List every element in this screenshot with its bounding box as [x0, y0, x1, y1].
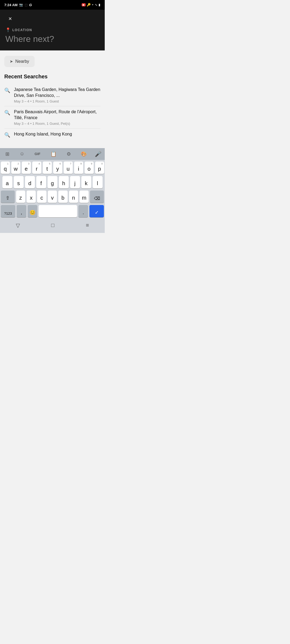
palette-toolbar-icon[interactable]: 🎨: [79, 150, 89, 158]
key-h[interactable]: h: [59, 176, 69, 188]
key-icon: 🔑: [87, 3, 91, 7]
key-k[interactable]: k: [81, 176, 91, 188]
num-switch-key[interactable]: ?123: [1, 205, 15, 217]
apps-toolbar-icon[interactable]: ⊞: [3, 150, 12, 158]
settings-toolbar-icon[interactable]: ⚙: [64, 150, 73, 158]
key-q[interactable]: 1q: [1, 162, 10, 174]
bluetooth-icon: ‣: [92, 3, 94, 7]
search-header: × 📍 LOCATION Where next?: [0, 10, 105, 50]
keyboard-rows: 1q 2w 3e 4r 5t 6y 7u 8i 9o 0p a s d f g …: [0, 160, 105, 220]
video-record-icon: ▶: [82, 3, 86, 6]
key-p[interactable]: 0p: [95, 162, 104, 174]
list-item[interactable]: 🔍 Japanese Tea Garden, Hagiwara Tea Gard…: [4, 84, 100, 106]
search-location-text: Japanese Tea Garden, Hagiwara Tea Garden…: [14, 87, 100, 99]
shift-key[interactable]: ⇧: [1, 191, 15, 203]
backspace-key[interactable]: ⌫: [90, 191, 104, 203]
keyboard: ⊞ ☺ GIF 📋 ⚙ 🎨 🎤 1q 2w 3e 4r 5t 6y 7u 8i …: [0, 148, 105, 233]
search-icon: 🔍: [4, 110, 10, 116]
status-right: ▶ 🔑 ‣ ∿ ▮: [82, 3, 100, 7]
key-i[interactable]: 8i: [74, 162, 83, 174]
clipboard-toolbar-icon[interactable]: 📋: [48, 150, 59, 158]
key-c[interactable]: c: [37, 191, 46, 203]
status-left: 7:24 AM 📷 ⬚ G: [4, 3, 32, 7]
status-time: 7:24 AM: [4, 3, 17, 7]
key-s[interactable]: s: [14, 176, 24, 188]
key-row-4: ?123 , 😊 . ✓: [1, 205, 104, 217]
location-pin-icon: 📍: [5, 27, 11, 32]
key-l[interactable]: l: [93, 176, 103, 188]
list-item[interactable]: 🔍 Paris Beauvais Airport, Route de l'Aér…: [4, 106, 100, 129]
key-d[interactable]: d: [25, 176, 35, 188]
mic-toolbar-icon[interactable]: 🎤: [95, 151, 102, 157]
wifi-icon: ∿: [95, 3, 97, 7]
key-row-2: a s d f g h j k l: [1, 176, 104, 188]
key-m[interactable]: m: [79, 191, 89, 203]
key-n[interactable]: n: [69, 191, 78, 203]
key-u[interactable]: 7u: [64, 162, 73, 174]
enter-key[interactable]: ✓: [89, 205, 104, 217]
key-t[interactable]: 5t: [43, 162, 52, 174]
search-meta-text: May 3 – 4 • 1 Room, 1 Guest: [14, 99, 100, 103]
recent-searches-title: Recent Searches: [4, 74, 100, 80]
key-g[interactable]: g: [48, 176, 57, 188]
battery-icon: ▮: [99, 3, 100, 7]
key-f[interactable]: f: [36, 176, 46, 188]
search-meta-text: May 3 – 4 • 1 Room, 1 Guest, Pet(s): [14, 122, 100, 126]
location-label-row: 📍 LOCATION: [5, 27, 99, 32]
search-item-details: Hong Kong Island, Hong Kong: [14, 131, 100, 137]
screen-record-icon: ⬚: [25, 3, 27, 7]
space-key[interactable]: [39, 205, 77, 217]
main-content: ➤ Nearby Recent Searches 🔍 Japanese Tea …: [0, 50, 105, 146]
period-key[interactable]: .: [78, 205, 88, 217]
list-item[interactable]: 🔍 Hong Kong Island, Hong Kong: [4, 129, 100, 141]
search-location-text: Hong Kong Island, Hong Kong: [14, 131, 100, 137]
key-y[interactable]: 6y: [53, 162, 62, 174]
nav-bar: ▽ □ ≡: [0, 220, 105, 233]
keyboard-toolbar: ⊞ ☺ GIF 📋 ⚙ 🎨 🎤: [0, 148, 105, 160]
key-a[interactable]: a: [2, 176, 12, 188]
search-icon: 🔍: [4, 87, 10, 93]
search-icon: 🔍: [4, 132, 10, 138]
key-j[interactable]: j: [70, 176, 80, 188]
key-z[interactable]: z: [16, 191, 25, 203]
nearby-button[interactable]: ➤ Nearby: [4, 56, 35, 67]
key-b[interactable]: b: [58, 191, 67, 203]
home-nav-icon[interactable]: □: [51, 222, 55, 228]
key-row-3: ⇧ z x c v b n m ⌫: [1, 191, 104, 203]
search-placeholder-text[interactable]: Where next?: [5, 34, 99, 44]
close-button[interactable]: ×: [5, 14, 15, 24]
key-x[interactable]: x: [27, 191, 36, 203]
search-item-details: Paris Beauvais Airport, Route de l'Aérop…: [14, 109, 100, 126]
navigation-icon: ➤: [10, 59, 13, 64]
recents-nav-icon[interactable]: ≡: [86, 222, 89, 228]
emoji-key[interactable]: 😊: [28, 205, 37, 217]
key-e[interactable]: 3e: [22, 162, 31, 174]
search-item-details: Japanese Tea Garden, Hagiwara Tea Garden…: [14, 87, 100, 103]
location-label: LOCATION: [12, 28, 32, 32]
key-r[interactable]: 4r: [32, 162, 41, 174]
status-bar: 7:24 AM 📷 ⬚ G ▶ 🔑 ‣ ∿ ▮: [0, 0, 105, 10]
key-row-1: 1q 2w 3e 4r 5t 6y 7u 8i 9o 0p: [1, 162, 104, 174]
comma-key[interactable]: ,: [17, 205, 26, 217]
key-w[interactable]: 2w: [11, 162, 20, 174]
sticker-toolbar-icon[interactable]: ☺: [17, 150, 27, 158]
recent-searches-section: Recent Searches 🔍 Japanese Tea Garden, H…: [4, 74, 100, 141]
key-v[interactable]: v: [48, 191, 57, 203]
key-o[interactable]: 9o: [85, 162, 94, 174]
back-nav-icon[interactable]: ▽: [16, 222, 20, 229]
nearby-label: Nearby: [15, 59, 29, 64]
video-cam-icon: 📷: [19, 3, 23, 7]
search-location-text: Paris Beauvais Airport, Route de l'Aérop…: [14, 109, 100, 121]
gif-toolbar-button[interactable]: GIF: [32, 151, 43, 157]
google-icon: G: [29, 3, 32, 7]
